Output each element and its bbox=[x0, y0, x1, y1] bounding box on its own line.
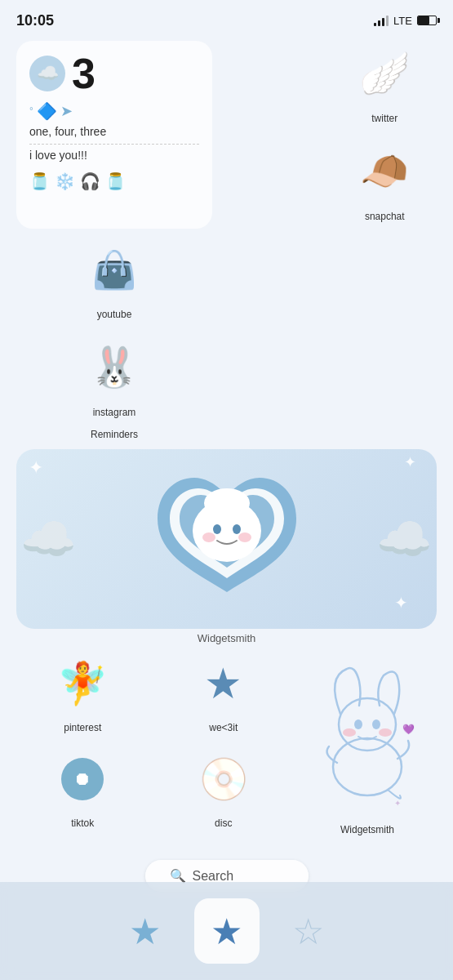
svg-point-11 bbox=[379, 728, 392, 737]
status-bar: 10:05 LTE bbox=[0, 0, 453, 33]
widgetsmith-sticker-label: Widgetsmith bbox=[340, 824, 394, 835]
signal-bars bbox=[374, 15, 389, 26]
dock: ★ ★ ☆ bbox=[0, 882, 453, 980]
disc-icon: 💿 bbox=[193, 748, 254, 809]
we3it-app[interactable]: ★ bbox=[193, 653, 254, 714]
dock-item-1[interactable]: ★ bbox=[113, 898, 178, 964]
snapchat-icon: 🧢 bbox=[352, 139, 417, 204]
battery-icon bbox=[417, 16, 437, 25]
cinnamoroll-drawing-svg: 💜 ✦ bbox=[306, 661, 429, 816]
snapchat-label: snapchat bbox=[365, 211, 405, 222]
disc-label: disc bbox=[215, 817, 232, 829]
widget-number: 3 bbox=[72, 52, 95, 95]
widgetsmith-large-label: Widgetsmith bbox=[16, 632, 437, 644]
svg-text:✦: ✦ bbox=[394, 799, 401, 808]
heart-svg bbox=[145, 466, 309, 612]
youtube-app[interactable]: 👜 bbox=[82, 237, 147, 302]
we3it-icon: ★ bbox=[193, 653, 254, 714]
svg-point-6 bbox=[333, 738, 402, 795]
second-app-grid: 🧚 pinterest ⏺ tiktok ★ we<3it bbox=[16, 653, 437, 835]
we3it-label: we<3it bbox=[209, 722, 238, 733]
snapchat-app[interactable]: 🧢 bbox=[352, 139, 417, 204]
svg-point-4 bbox=[238, 532, 251, 542]
pinterest-icon: 🧚 bbox=[52, 653, 113, 714]
dock-star-1-icon: ★ bbox=[129, 911, 161, 952]
svg-text:💜: 💜 bbox=[402, 723, 415, 735]
battery-fill bbox=[418, 16, 429, 24]
youtube-icon: 👜 bbox=[82, 237, 147, 302]
signal-bar-1 bbox=[374, 23, 376, 26]
widgetsmith-large-widget[interactable]: ✦ ✦ ✦ ☁️ ☁️ bbox=[16, 449, 437, 629]
pinterest-tiktok-col: 🧚 pinterest ⏺ tiktok bbox=[16, 653, 149, 829]
tiktok-icon: ⏺ bbox=[52, 748, 113, 809]
instagram-app[interactable]: 🐰 bbox=[82, 335, 147, 400]
svg-point-2 bbox=[233, 524, 241, 534]
dock-item-2[interactable]: ★ bbox=[194, 898, 260, 964]
twitter-app[interactable]: 🪽 bbox=[352, 41, 417, 106]
top-grid: ☁️ 3 ° 🔷 ➤ one, four, three i love you!!… bbox=[16, 41, 437, 418]
signal-bar-4 bbox=[386, 16, 389, 26]
widget-top-row: ☁️ 3 bbox=[29, 52, 199, 95]
tiktok-app[interactable]: ⏺ bbox=[52, 748, 113, 809]
reminders-widget[interactable]: ☁️ 3 ° 🔷 ➤ one, four, three i love you!!… bbox=[16, 41, 212, 229]
search-text: Search bbox=[193, 869, 234, 884]
widget-text2: i love you!!! bbox=[29, 148, 199, 164]
widget-internal: ✦ ✦ ✦ ☁️ ☁️ bbox=[16, 449, 437, 629]
widget-icons-row: ° 🔷 ➤ bbox=[29, 101, 199, 121]
svg-point-5 bbox=[204, 488, 250, 518]
instagram-icon: 🐰 bbox=[82, 335, 147, 400]
star-topleft-deco: ✦ bbox=[29, 457, 43, 479]
cloud-widget-icon: ☁️ bbox=[29, 56, 65, 91]
we3it-disc-col: ★ we<3it 💿 disc bbox=[158, 653, 291, 829]
tiktok-label: tiktok bbox=[71, 817, 94, 829]
svg-point-1 bbox=[213, 524, 221, 534]
twitter-label: twitter bbox=[371, 113, 397, 124]
widgetsmith-sticker-col[interactable]: 💜 ✦ Widgetsmith bbox=[298, 653, 437, 835]
svg-point-8 bbox=[354, 719, 362, 729]
widgetsmith-sticker: 💜 ✦ bbox=[298, 653, 437, 824]
svg-point-10 bbox=[343, 728, 356, 737]
twitter-icon: 🪽 bbox=[352, 41, 417, 106]
pinterest-label: pinterest bbox=[64, 722, 101, 733]
svg-point-7 bbox=[339, 698, 396, 751]
widget-emoji-row: 🫙 ❄️ 🎧 🫙 bbox=[29, 172, 199, 191]
signal-bar-2 bbox=[378, 20, 380, 26]
heart-center bbox=[145, 466, 309, 612]
pinterest-app[interactable]: 🧚 bbox=[52, 653, 113, 714]
disc-app[interactable]: 💿 bbox=[193, 748, 254, 809]
youtube-instagram-col: 👜 youtube 🐰 instagram bbox=[16, 237, 212, 418]
star-topright-deco: ✦ bbox=[404, 453, 416, 471]
status-right: LTE bbox=[374, 15, 437, 27]
cloud-right-deco: ☁️ bbox=[376, 513, 433, 566]
status-time: 10:05 bbox=[16, 12, 54, 29]
reminders-label: Reminders bbox=[91, 429, 138, 440]
main-content: ☁️ 3 ° 🔷 ➤ one, four, three i love you!!… bbox=[0, 33, 453, 835]
youtube-label: youtube bbox=[97, 309, 132, 320]
cloud-left-deco: ☁️ bbox=[20, 513, 77, 566]
signal-bar-3 bbox=[382, 18, 384, 26]
svg-point-9 bbox=[372, 719, 380, 729]
dock-star-2-icon: ★ bbox=[211, 911, 242, 952]
lte-label: LTE bbox=[393, 15, 412, 27]
instagram-label: instagram bbox=[93, 407, 136, 418]
svg-point-3 bbox=[202, 532, 215, 542]
twitter-youtube-col: 🪽 twitter 🧢 snapchat bbox=[333, 41, 437, 229]
dock-star-3-icon: ☆ bbox=[292, 911, 324, 952]
dock-item-3[interactable]: ☆ bbox=[276, 898, 341, 964]
star-botright-deco: ✦ bbox=[394, 593, 408, 612]
widget-text1: one, four, three bbox=[29, 124, 199, 145]
